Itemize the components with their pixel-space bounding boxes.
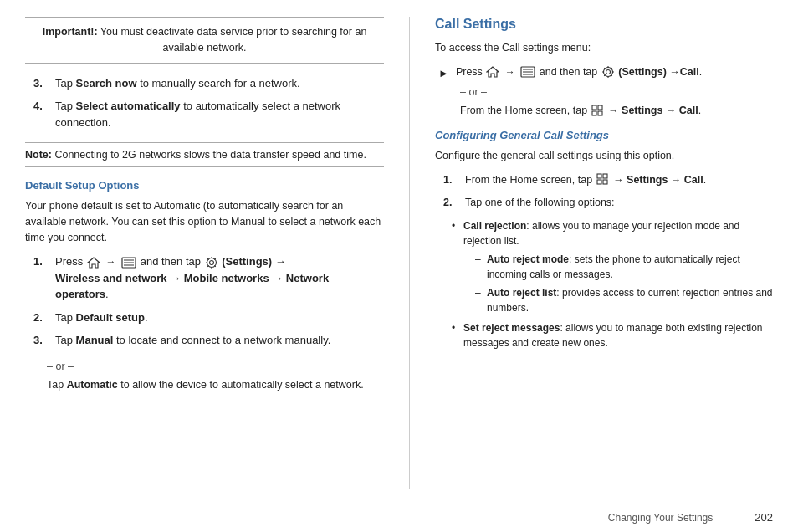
svg-point-13 (603, 68, 612, 77)
svg-point-12 (606, 70, 610, 74)
important-label: Important!: (43, 26, 98, 38)
svg-rect-18 (597, 174, 601, 178)
menu-icon (121, 257, 136, 269)
svg-rect-19 (603, 174, 607, 178)
left-column: Important!: You must deactivate data ser… (25, 17, 410, 489)
arrow-icon: → (505, 66, 515, 78)
step-text: Tap Search now to manually search for a … (55, 75, 300, 92)
list-item: Set reject messages: allows you to manag… (452, 320, 773, 350)
step-text: Tap Manual to locate and connect to a ne… (55, 332, 330, 349)
svg-rect-16 (592, 111, 596, 115)
svg-rect-20 (597, 180, 601, 184)
important-text: You must deactivate data service prior t… (98, 26, 367, 54)
note-text: Connecting to 2G networks slows the data… (52, 149, 366, 161)
list-item: 1. From the Home screen, tap → Settings … (443, 172, 773, 188)
list-item: Call rejection: allows you to manage you… (452, 218, 773, 315)
grid-icon (591, 105, 605, 118)
or-line-1: – or – (47, 361, 384, 372)
arrow-step-text: Press → and then tap (456, 64, 702, 80)
footer-label: Changing Your Settings (608, 512, 713, 524)
list-item: 1. Press → (33, 253, 384, 303)
svg-rect-21 (603, 180, 607, 184)
option-bold: Call rejection (463, 220, 526, 232)
arrow-marker: ► (438, 65, 449, 82)
step-text: Press → (55, 253, 384, 303)
option-bold: Set reject messages (463, 322, 560, 334)
arrow-icon: → (105, 256, 115, 268)
svg-rect-17 (598, 111, 602, 115)
call-settings-text: (Settings) →Call (618, 66, 699, 78)
menu-icon (520, 66, 535, 78)
list-item: Auto reject mode: sets the phone to auto… (475, 252, 773, 282)
sub-bullet-list: Auto reject mode: sets the phone to auto… (475, 252, 773, 315)
tap-auto-bold: Automatic (67, 379, 118, 391)
svg-point-5 (209, 260, 213, 264)
step-num: 2. (33, 309, 49, 326)
list-item: 3. Tap Search now to manually search for… (33, 75, 384, 92)
right-steps-list: 1. From the Home screen, tap → Settings … (435, 172, 773, 211)
svg-rect-14 (592, 105, 596, 110)
or-line-2: – or – (460, 86, 773, 98)
list-item: 2. Tap one of the following options: (443, 195, 773, 211)
tap-auto-text: Tap Automatic to allow the device to aut… (25, 377, 384, 393)
note-label: Note: (25, 149, 52, 161)
list-item: 4. Tap Select automatically to automatic… (33, 98, 384, 130)
svg-marker-0 (88, 258, 100, 268)
right-column: Call Settings To access the Call setting… (410, 17, 773, 489)
svg-point-6 (207, 258, 216, 267)
step-num: 3. (33, 332, 49, 349)
footer-page: 202 (755, 511, 773, 524)
default-setup-title: Default Setup Options (25, 179, 384, 192)
note-box: Note: Connecting to 2G networks slows th… (25, 142, 384, 167)
config-intro: Configure the general call settings usin… (435, 148, 773, 164)
call-settings-intro: To access the Call settings menu: (435, 40, 773, 56)
options-bullet-list: Call rejection: allows you to manage you… (452, 218, 773, 350)
step-num: 1. (443, 172, 458, 188)
sub-option-bold: Auto reject list (487, 287, 556, 299)
default-setup-body: Your phone default is set to Automatic (… (25, 198, 384, 245)
steps-list-2: 1. Press → (25, 253, 384, 349)
footer: Changing Your Settings 202 (0, 506, 798, 532)
home-icon (87, 257, 100, 269)
sub-option-bold: Auto reject mode (487, 253, 569, 265)
list-item: Auto reject list: provides access to cur… (475, 285, 773, 315)
configuring-subtitle: Configuring General Call Settings (435, 129, 773, 141)
step-text: Tap Default setup. (55, 309, 148, 326)
step-text: Tap one of the following options: (465, 195, 615, 211)
settings-icon (205, 256, 218, 269)
list-item: 3. Tap Manual to locate and connect to a… (33, 332, 384, 349)
settings-icon (601, 65, 615, 79)
from-home-text: From the Home screen, tap → Settings → C… (435, 103, 773, 119)
step-num: 4. (33, 98, 49, 130)
svg-rect-15 (598, 105, 602, 110)
step-num: 2. (443, 195, 458, 211)
step-text: Tap Select automatically to automaticall… (55, 98, 384, 130)
step-text: From the Home screen, tap → Settings → C… (465, 172, 706, 188)
list-item: 2. Tap Default setup. (33, 309, 384, 326)
grid-icon (596, 173, 610, 187)
svg-marker-7 (487, 67, 499, 77)
step-num: 1. (33, 253, 49, 303)
home-icon (486, 66, 499, 78)
steps-list-1: 3. Tap Search now to manually search for… (25, 75, 384, 131)
call-settings-title: Call Settings (435, 17, 773, 32)
call-settings-step1: ► Press → and then tap (435, 64, 773, 82)
important-box: Important!: You must deactivate data ser… (25, 17, 384, 64)
step-num: 3. (33, 75, 49, 92)
